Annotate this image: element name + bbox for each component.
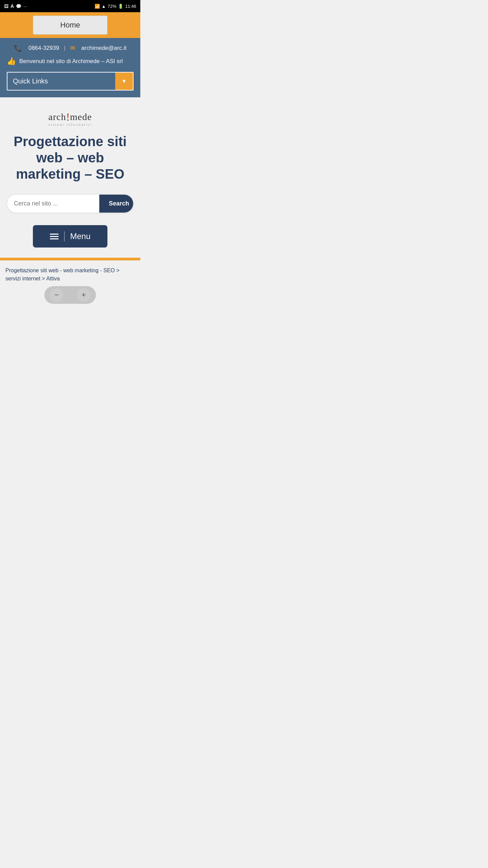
zoom-bar: − + xyxy=(44,286,96,304)
breadcrumb-bar: Progettazione siti web - web marketing -… xyxy=(0,260,140,283)
email-icon: ✉ xyxy=(70,44,75,52)
status-right-icons: 📶 ▲ 72% 🔋 11:46 xyxy=(95,4,136,9)
info-bar: 📞 0864-32939 | ✉ archimede@arc.it 👍 Benv… xyxy=(0,38,140,97)
dots-icon: ··· xyxy=(23,4,27,9)
thumb-icon: 👍 xyxy=(7,57,16,66)
hamburger-line-1 xyxy=(50,234,59,235)
signal-icon: ▲ xyxy=(102,4,106,9)
logo-arc: arch xyxy=(48,112,66,122)
welcome-text: Benvenuti nel sito di Archimede – ASI sr… xyxy=(19,58,123,65)
font-icon: A xyxy=(11,3,14,9)
wifi-icon: 📶 xyxy=(95,4,100,9)
menu-divider xyxy=(64,231,65,241)
quick-links-dropdown[interactable]: Quick Links ▼ xyxy=(7,72,134,91)
zoom-controls: − + xyxy=(0,286,140,307)
quick-links-arrow-icon[interactable]: ▼ xyxy=(115,73,133,90)
phone-number: 0864-32939 xyxy=(28,45,59,52)
welcome-row: 👍 Benvenuti nel sito di Archimede – ASI … xyxy=(7,57,134,66)
hamburger-line-2 xyxy=(50,236,59,237)
logo-exclaim: ! xyxy=(66,112,70,122)
status-left-icons: 🖼 A 💬 ··· xyxy=(4,3,27,9)
logo-mede: mede xyxy=(70,112,92,122)
breadcrumb-text: Progettazione siti web - web marketing -… xyxy=(5,268,120,281)
home-button[interactable]: Home xyxy=(33,16,108,35)
main-heading: Progettazione siti web – web marketing –… xyxy=(7,133,134,182)
hamburger-line-3 xyxy=(50,238,59,239)
status-bar: 🖼 A 💬 ··· 📶 ▲ 72% 🔋 11:46 xyxy=(0,0,140,12)
logo-text: arch!mede xyxy=(48,111,92,122)
contact-row: 📞 0864-32939 | ✉ archimede@arc.it xyxy=(7,44,134,52)
logo-tagline: sistemi informatici xyxy=(48,123,92,126)
search-bar: Search xyxy=(7,194,134,213)
zoom-in-button[interactable]: + xyxy=(77,288,90,302)
phone-icon: 📞 xyxy=(14,44,22,52)
hamburger-icon xyxy=(50,234,59,239)
menu-button[interactable]: Menu xyxy=(33,225,107,248)
image-icon: 🖼 xyxy=(4,4,8,9)
email-address[interactable]: archimede@arc.it xyxy=(81,45,126,52)
logo-wrapper: arch!mede sistemi informatici xyxy=(48,111,92,126)
zoom-out-button[interactable]: − xyxy=(50,288,63,302)
logo-container: arch!mede sistemi informatici xyxy=(48,111,92,126)
pipe-divider: | xyxy=(64,45,65,52)
search-input[interactable] xyxy=(7,195,99,213)
search-button[interactable]: Search xyxy=(99,195,134,213)
menu-label: Menu xyxy=(70,232,90,241)
main-content: arch!mede sistemi informatici Progettazi… xyxy=(0,97,140,258)
battery-percent: 72% xyxy=(107,4,116,9)
quick-links-label: Quick Links xyxy=(7,73,115,90)
chat-icon: 💬 xyxy=(16,4,21,9)
header-nav: Home xyxy=(0,12,140,38)
clock: 11:46 xyxy=(125,4,136,9)
orange-strip xyxy=(0,258,140,260)
battery-icon: 🔋 xyxy=(118,4,123,9)
